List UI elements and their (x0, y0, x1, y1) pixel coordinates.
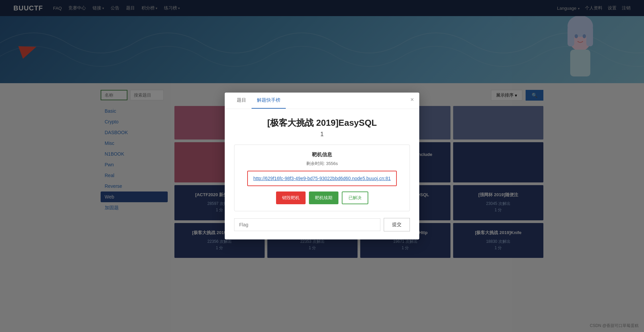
modal-challenge-title: [极客大挑战 2019]EasySQL (234, 117, 410, 129)
flag-submit-area: 提交 (234, 218, 410, 231)
tab-leaderboard[interactable]: 解题快手榜 (252, 93, 286, 109)
machine-url-box: http://629f16fc-98f3-49e9-bd75-93022bbd6… (247, 171, 396, 186)
submit-button[interactable]: 提交 (384, 218, 410, 231)
modal-overlay[interactable]: 题目 解题快手榜 × [极客大挑战 2019]EasySQL 1 靶机信息 剩余… (0, 0, 644, 265)
machine-info-title: 靶机信息 (241, 152, 403, 158)
machine-url-link[interactable]: http://629f16fc-98f3-49e9-bd75-93022bbd6… (253, 176, 390, 181)
extend-machine-button[interactable]: 靶机续期 (309, 191, 338, 204)
machine-info-box: 靶机信息 剩余时间: 3556s http://629f16fc-98f3-49… (234, 145, 410, 211)
solved-button[interactable]: 已解决 (342, 191, 368, 204)
modal-tabs: 题目 解题快手榜 × (225, 93, 419, 109)
modal-dialog: 题目 解题快手榜 × [极客大挑战 2019]EasySQL 1 靶机信息 剩余… (225, 93, 419, 239)
flag-input[interactable] (234, 218, 380, 231)
machine-actions: 销毁靶机 靶机续期 已解决 (241, 191, 403, 204)
destroy-machine-button[interactable]: 销毁靶机 (276, 191, 306, 204)
modal-body: [极客大挑战 2019]EasySQL 1 靶机信息 剩余时间: 3556s h… (225, 109, 419, 239)
modal-challenge-score: 1 (234, 131, 410, 138)
tab-problem[interactable]: 题目 (231, 93, 252, 109)
modal-close-button[interactable]: × (410, 97, 414, 103)
machine-timer: 剩余时间: 3556s (241, 161, 403, 167)
